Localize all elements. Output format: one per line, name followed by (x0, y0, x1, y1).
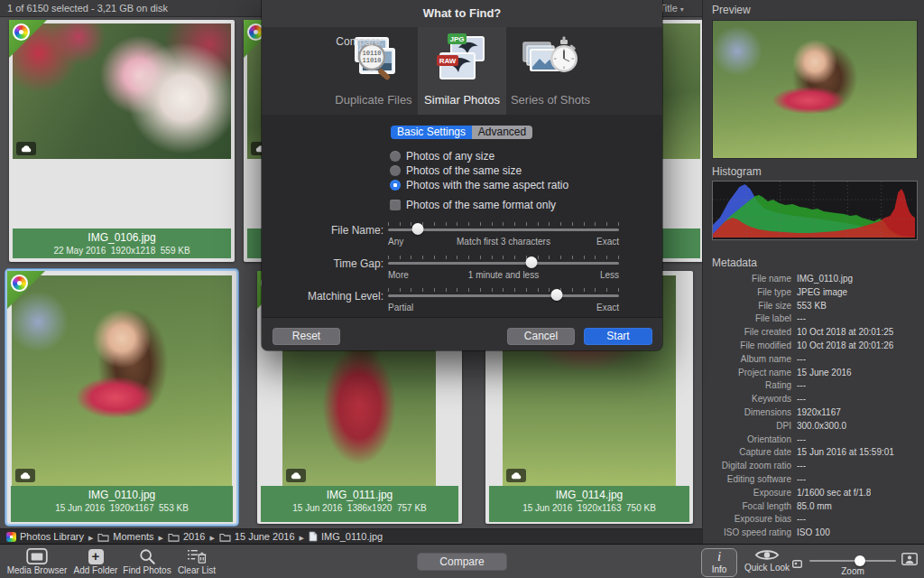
jpg-badge: JPG (449, 35, 464, 43)
metadata-key: File size (703, 300, 791, 313)
zoom-slider-thumb[interactable] (855, 555, 865, 566)
file-name-slider[interactable]: Any Match first 3 characters Exact (388, 221, 619, 248)
metadata-row: DPI 300.0x300.0 (703, 420, 924, 434)
option-same-aspect-ratio[interactable]: Photos with the same aspect ratio (390, 179, 568, 191)
option-same-format-only[interactable]: Photos of the same format only (390, 199, 556, 211)
search-icon (139, 547, 155, 564)
photo-filename: IMG_0110.jpg (11, 488, 233, 502)
clear-list-button[interactable]: Clear List (173, 547, 220, 575)
cancel-button[interactable]: Cancel (507, 328, 575, 345)
quick-look-button[interactable]: Quick Look (741, 548, 793, 575)
metadata-value: ISO 100 (797, 527, 830, 540)
slider-track[interactable] (388, 294, 619, 297)
slider-caption-center: 1 minute and less (388, 270, 619, 280)
photo-info: 15 Jun 2016 1920x1163 750 KB (489, 502, 689, 514)
media-browser-icon (26, 547, 48, 564)
metadata-key: Album name (703, 353, 791, 367)
metadata-row: Rating --- (703, 379, 924, 393)
photo-info: 15 Jun 2016 1386x1920 757 KB (261, 502, 458, 514)
breadcrumb-item-15-june-2016[interactable]: 15 June 2016 (219, 531, 295, 542)
file-name-label: File Name: (262, 224, 383, 237)
metadata-key: File name (703, 273, 791, 286)
metadata-key: File created (703, 326, 791, 340)
matching-level-slider[interactable]: Partial Exact (388, 287, 619, 314)
slider-ticks (388, 288, 619, 292)
tab-basic-settings[interactable]: Basic Settings (391, 126, 472, 139)
metadata-row: File modified 10 Oct 2018 at 20:01:26 (703, 340, 924, 353)
photo-thumbnail (13, 23, 231, 159)
radio-icon[interactable] (390, 151, 401, 162)
histogram-chart (712, 181, 918, 240)
metadata-value: 10 Oct 2018 at 20:01:26 (797, 340, 893, 353)
slider-thumb[interactable] (525, 256, 537, 268)
similar-photos-icon: JPG RAW (433, 33, 491, 89)
photo-card-img0106[interactable]: IMG_0106.jpg 22 May 2016 1920x1218 559 K… (9, 20, 235, 262)
metadata-value: --- (797, 312, 806, 326)
breadcrumb-item-file[interactable]: IMG_0110.jpg (309, 531, 383, 542)
photo-caption: IMG_0106.jpg 22 May 2016 1920x1218 559 K… (13, 228, 231, 258)
file-name-slider-row: File Name: Any Match first 3 characters … (262, 221, 662, 248)
compare-label: Compare: (262, 35, 383, 48)
preview-title: Preview (712, 4, 751, 16)
metadata-value: JPEG image (797, 286, 847, 300)
breadcrumb-item-moments[interactable]: Moments (97, 531, 153, 542)
option-label[interactable]: Photos with the same aspect ratio (406, 179, 568, 191)
slider-thumb[interactable] (412, 223, 424, 235)
dialog-title: What to Find? (262, 0, 662, 27)
breadcrumb-label: Photos Library (20, 531, 84, 542)
radio-icon[interactable] (390, 165, 401, 176)
breadcrumb-label: IMG_0110.jpg (321, 531, 383, 542)
start-button[interactable]: Start (584, 328, 652, 345)
metadata-value: --- (797, 513, 806, 527)
metadata-row: File size 553 KB (703, 300, 924, 313)
matching-level-slider-row: Matching Level: Partial Exact (262, 287, 662, 314)
slider-track[interactable] (388, 262, 619, 265)
metadata-key: Editing software (703, 473, 791, 487)
option-photos-any-size[interactable]: Photos of any size (390, 150, 494, 163)
what-to-find-dialog: What to Find? 10110 11010 (262, 0, 662, 350)
tab-advanced[interactable]: Advanced (472, 126, 532, 139)
option-label[interactable]: Photos of the same format only (406, 199, 556, 211)
breadcrumb-separator-icon (84, 531, 97, 542)
media-browser-button[interactable]: Media Browser (3, 547, 71, 575)
metadata-value: 553 KB (797, 300, 827, 313)
metadata-row: File created 10 Oct 2018 at 20:01:25 (703, 326, 924, 340)
metadata-key: File type (703, 286, 791, 300)
metadata-value: --- (797, 393, 806, 406)
metadata-key: DPI (703, 420, 791, 434)
icloud-icon (16, 142, 36, 155)
add-folder-icon: + (88, 547, 104, 564)
zoom-slider[interactable] (809, 560, 896, 562)
breadcrumb-item-photos-library[interactable]: Photos Library (6, 531, 84, 542)
metadata-row: File name IMG_0110.jpg (703, 273, 924, 286)
file-icon (309, 531, 318, 542)
radio-selected-icon[interactable] (390, 180, 401, 191)
reset-button[interactable]: Reset (273, 328, 340, 345)
photo-card-img0110[interactable]: IMG_0110.jpg 15 Jun 2016 1920x1167 553 K… (7, 271, 236, 524)
metadata-key: Exposure (703, 487, 791, 500)
mode-label: Series of Shots (483, 93, 618, 107)
slider-thumb[interactable] (550, 289, 562, 301)
checkbox-icon[interactable] (390, 200, 401, 210)
photo-filename: IMG_0114.jpg (489, 488, 689, 502)
option-label[interactable]: Photos of any size (406, 150, 494, 163)
option-label[interactable]: Photos of the same size (406, 164, 522, 177)
series-of-shots-icon (522, 33, 579, 89)
photo-filename: IMG_0111.jpg (261, 488, 458, 502)
info-button[interactable]: i Info (701, 548, 737, 577)
bottom-toolbar: Media Browser + Add Folder Find Photos (0, 544, 924, 578)
clear-list-icon (187, 547, 207, 564)
time-gap-slider[interactable]: More 1 minute and less Less (388, 255, 619, 282)
mode-series-of-shots[interactable]: Series of Shots (506, 27, 595, 115)
time-gap-slider-row: Time Gap: More 1 minute and less Less (262, 255, 662, 282)
slider-caption-right: Exact (596, 237, 619, 247)
option-photos-same-size[interactable]: Photos of the same size (390, 164, 522, 177)
photo-caption: IMG_0111.jpg 15 Jun 2016 1386x1920 757 K… (261, 486, 458, 522)
photo-caption: IMG_0110.jpg 15 Jun 2016 1920x1167 553 K… (11, 486, 233, 522)
add-folder-button[interactable]: + Add Folder (71, 547, 120, 575)
metadata-row: Editing software --- (703, 473, 924, 487)
breadcrumb-item-2016[interactable]: 2016 (168, 531, 205, 542)
info-icon: i (717, 549, 721, 564)
find-photos-button[interactable]: Find Photos (121, 547, 173, 575)
compare-button[interactable]: Compare (417, 553, 507, 571)
